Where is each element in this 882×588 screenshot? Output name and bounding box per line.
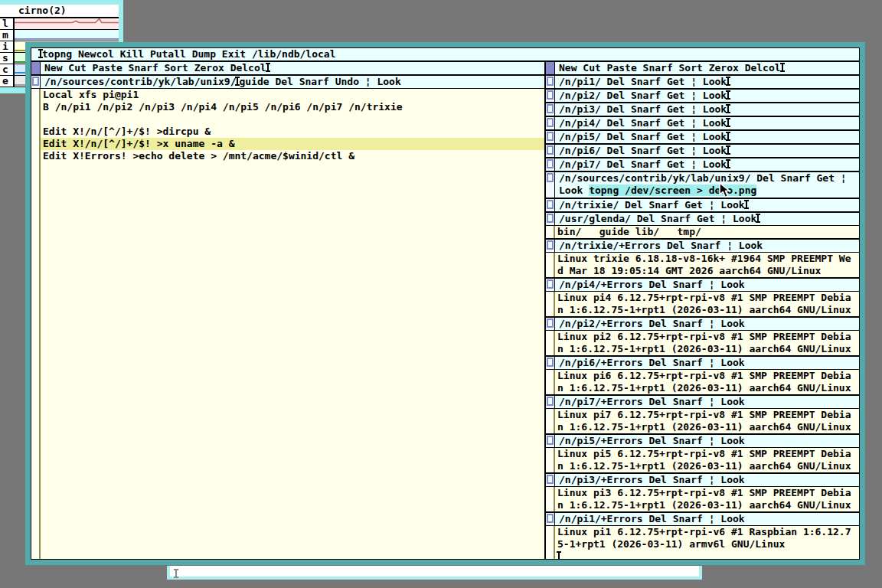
pi6-errors-text[interactable]: Linux pi6 6.12.75+rpt-rpi-v8 #1 SMP PREE… — [555, 370, 859, 394]
body-line[interactable]: Edit X!Errors! >echo delete > /mnt/acme/… — [41, 150, 544, 162]
dirty-box[interactable] — [547, 145, 554, 155]
acme-main-tag[interactable]: topng Newcol Kill Putall Dump Exit /lib/… — [31, 48, 859, 62]
dirty-box[interactable] — [547, 514, 554, 523]
scrollbar[interactable] — [546, 526, 555, 559]
glenda-dir-tag[interactable]: /usr/glenda/ Del Snarf Get ¦ Look — [546, 213, 859, 226]
pi4-dir-tag[interactable]: /n/pi4/ Del Snarf Get ¦ Look — [546, 117, 859, 129]
dirty-box[interactable] — [547, 200, 554, 209]
pi5-errors-text[interactable]: Linux pi5 6.12.75+rpt-rpi-v8 #1 SMP PREE… — [555, 448, 859, 472]
scrollbar[interactable] — [546, 370, 555, 394]
scrollbar[interactable] — [31, 89, 41, 559]
body-line[interactable]: Linux pi5 6.12.75+rpt-rpi-v8 #1 SMP PREE… — [555, 448, 859, 460]
pi5-dir-tag[interactable]: /n/pi5/ Del Snarf Get ¦ Look — [546, 131, 859, 143]
body-line[interactable]: n 1:6.12.75-1+rpt1 (2026-03-11) aarch64 … — [555, 382, 859, 394]
pi2-dir-tag[interactable]: /n/pi2/ Del Snarf Get ¦ Look — [546, 90, 859, 102]
pi3-errors-tag[interactable]: /n/pi3/+Errors Del Snarf ¦ Look — [546, 474, 859, 487]
pi1-errors-text[interactable]: Linux pi1 6.12.75+rpt-rpi-v6 #1 Raspbian… — [555, 526, 859, 559]
dirty-box[interactable] — [547, 118, 554, 127]
glenda-dir-text[interactable]: bin/ guide lib/ tmp/ — [555, 226, 859, 238]
background-terminal-window[interactable] — [167, 566, 702, 580]
body-line[interactable]: Linux pi1 6.12.75+rpt-rpi-v6 #1 Raspbian… — [555, 526, 859, 538]
body-line[interactable]: Linux trixie 6.18.18-v8-16k+ #1964 SMP P… — [555, 253, 859, 265]
pi7-dir-tag[interactable]: /n/pi7/ Del Snarf Get ¦ Look — [546, 158, 859, 171]
scrollbar[interactable] — [546, 409, 555, 433]
body-line[interactable]: Edit X!/n/[^/]+/$! >x uname -a & — [41, 138, 544, 150]
unix9-dir-tag[interactable]: /n/sources/contrib/yk/lab/unix9/ Del Sna… — [546, 172, 859, 198]
pi6-errors-tag[interactable]: /n/pi6/+Errors Del Snarf ¦ Look — [546, 357, 859, 370]
body-line[interactable] — [555, 550, 859, 559]
body-line[interactable]: n 1:6.12.75-1+rpt1 (2026-03-11) aarch64 … — [555, 421, 859, 433]
pi4-errors-tag[interactable]: /n/pi4/+Errors Del Snarf ¦ Look — [546, 279, 859, 292]
body-line[interactable]: B /n/pi1 /n/pi2 /n/pi3 /n/pi4 /n/pi5 /n/… — [41, 101, 544, 113]
pi4-errors-text[interactable]: Linux pi4 6.12.75+rpt-rpi-v8 #1 SMP PREE… — [555, 292, 859, 316]
body-line[interactable]: n 1:6.12.75-1+rpt1 (2026-03-11) aarch64 … — [555, 499, 859, 511]
pi3-errors-body[interactable]: Linux pi3 6.12.75+rpt-rpi-v8 #1 SMP PREE… — [546, 487, 859, 511]
dirty-box[interactable] — [547, 104, 554, 113]
pi7-errors-text[interactable]: Linux pi7 6.12.75+rpt-rpi-v8 #1 SMP PREE… — [555, 409, 859, 433]
pi3-dir-tag[interactable]: /n/pi3/ Del Snarf Get ¦ Look — [546, 103, 859, 116]
body-line[interactable]: Linux pi6 6.12.75+rpt-rpi-v8 #1 SMP PREE… — [555, 370, 859, 382]
guide-window-tag[interactable]: /n/sources/contrib/yk/lab/unix9/guide De… — [31, 76, 544, 89]
scrollbar[interactable] — [546, 448, 555, 472]
scrollbar[interactable] — [546, 331, 555, 355]
column-layout-box[interactable] — [31, 62, 41, 74]
pi1-dir-tag[interactable]: /n/pi1/ Del Snarf Get ¦ Look — [546, 76, 859, 88]
scrollbar[interactable] — [546, 253, 555, 277]
trixie-errors-text[interactable]: Linux trixie 6.18.18-v8-16k+ #1964 SMP P… — [555, 253, 859, 277]
background-terminal-text-area[interactable] — [170, 566, 699, 577]
body-line[interactable]: n 1:6.12.75-1+rpt1 (2026-03-11) aarch64 … — [555, 343, 859, 355]
pi7-errors-body[interactable]: Linux pi7 6.12.75+rpt-rpi-v8 #1 SMP PREE… — [546, 409, 859, 433]
body-line[interactable]: Linux pi4 6.12.75+rpt-rpi-v8 #1 SMP PREE… — [555, 292, 859, 304]
body-line[interactable]: Edit X!/n/[^/]+/$! >dircpu & — [41, 126, 544, 138]
body-line[interactable]: Linux pi7 6.12.75+rpt-rpi-v8 #1 SMP PREE… — [555, 409, 859, 421]
trixie-errors-body[interactable]: Linux trixie 6.18.18-v8-16k+ #1964 SMP P… — [546, 253, 859, 277]
pi2-errors-text[interactable]: Linux pi2 6.12.75+rpt-rpi-v8 #1 SMP PREE… — [555, 331, 859, 355]
pi1-errors-tag[interactable]: /n/pi1/+Errors Del Snarf ¦ Look — [546, 513, 859, 526]
dirty-box[interactable] — [547, 77, 554, 86]
body-line[interactable]: d Mar 18 19:05:14 GMT 2026 aarch64 GNU/L… — [555, 265, 859, 277]
pi6-dir-tag[interactable]: /n/pi6/ Del Snarf Get ¦ Look — [546, 145, 859, 157]
trixie-errors-tag[interactable]: /n/trixie/+Errors Del Snarf ¦ Look — [546, 240, 859, 253]
dirty-box[interactable] — [547, 240, 554, 250]
pi5-errors-tag[interactable]: /n/pi5/+Errors Del Snarf ¦ Look — [546, 435, 859, 448]
dirty-box[interactable] — [547, 132, 554, 141]
dirty-box[interactable] — [547, 475, 554, 484]
left-column-tag[interactable]: New Cut Paste Snarf Sort Zerox Delcol — [31, 62, 544, 76]
guide-window-text[interactable]: Local xfs pi@pi1B /n/pi1 /n/pi2 /n/pi3 /… — [41, 89, 544, 559]
column-layout-box[interactable] — [546, 62, 555, 74]
scrollbar[interactable] — [546, 226, 555, 238]
dirty-box[interactable] — [547, 173, 554, 182]
guide-window-body[interactable]: Local xfs pi@pi1B /n/pi1 /n/pi2 /n/pi3 /… — [31, 89, 544, 559]
body-line[interactable] — [41, 113, 544, 126]
pi5-errors-body[interactable]: Linux pi5 6.12.75+rpt-rpi-v8 #1 SMP PREE… — [546, 448, 859, 472]
pi7-errors-tag[interactable]: /n/pi7/+Errors Del Snarf ¦ Look — [546, 396, 859, 409]
body-line[interactable]: Linux pi3 6.12.75+rpt-rpi-v8 #1 SMP PREE… — [555, 487, 859, 499]
pi2-errors-body[interactable]: Linux pi2 6.12.75+rpt-rpi-v8 #1 SMP PREE… — [546, 331, 859, 355]
trixie-dir-tag[interactable]: /n/trixie/ Del Snarf Get ¦ Look — [546, 199, 859, 211]
pi4-errors-body[interactable]: Linux pi4 6.12.75+rpt-rpi-v8 #1 SMP PREE… — [546, 292, 859, 316]
dirty-box[interactable] — [547, 159, 554, 168]
dirty-box[interactable] — [547, 318, 554, 328]
pi2-errors-tag[interactable]: /n/pi2/+Errors Del Snarf ¦ Look — [546, 318, 859, 331]
body-line[interactable]: n 1:6.12.75-1+rpt1 (2026-03-11) aarch64 … — [555, 460, 859, 472]
body-line[interactable]: bin/ guide lib/ tmp/ — [555, 226, 859, 238]
dirty-box[interactable] — [547, 279, 554, 289]
dirty-box[interactable] — [547, 214, 554, 223]
glenda-dir-body[interactable]: bin/ guide lib/ tmp/ — [546, 226, 859, 238]
dirty-box[interactable] — [547, 397, 554, 406]
pi6-errors-body[interactable]: Linux pi6 6.12.75+rpt-rpi-v8 #1 SMP PREE… — [546, 370, 859, 394]
body-line[interactable]: Local xfs pi@pi1 — [41, 89, 544, 101]
stat-series-l — [15, 18, 119, 29]
body-line[interactable]: Linux pi2 6.12.75+rpt-rpi-v8 #1 SMP PREE… — [555, 331, 859, 343]
dirty-box[interactable] — [547, 90, 554, 100]
dirty-box[interactable] — [547, 358, 554, 367]
body-line[interactable]: n 1:6.12.75-1+rpt1 (2026-03-11) aarch64 … — [555, 304, 859, 316]
dirty-box[interactable] — [547, 436, 554, 445]
pi1-errors-body[interactable]: Linux pi1 6.12.75+rpt-rpi-v6 #1 Raspbian… — [546, 526, 859, 559]
scrollbar[interactable] — [546, 487, 555, 511]
right-column-tag[interactable]: New Cut Paste Snarf Sort Zerox Delcol — [546, 62, 859, 76]
pi3-errors-text[interactable]: Linux pi3 6.12.75+rpt-rpi-v8 #1 SMP PREE… — [555, 487, 859, 511]
body-line[interactable]: 5-1+rpt1 (2026-03-11) armv6l GNU/Linux — [555, 538, 859, 550]
scrollbar[interactable] — [546, 292, 555, 316]
dirty-box[interactable] — [32, 77, 39, 86]
